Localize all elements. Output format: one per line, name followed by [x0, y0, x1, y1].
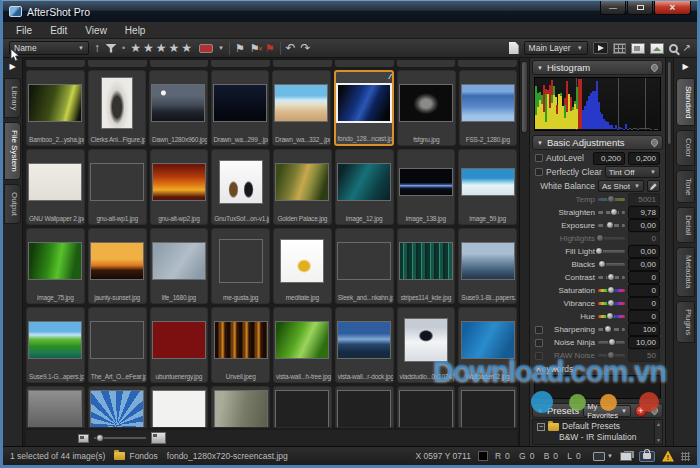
- current-folder[interactable]: Fondos: [114, 451, 157, 461]
- thumbnail-cell[interactable]: Drawn_wa...332_.jpg: [272, 70, 331, 146]
- thumbnail-cell[interactable]: The_Art_O...eFear.jpg: [88, 307, 147, 383]
- reject-flag-icon[interactable]: ⚑: [265, 43, 275, 54]
- slider-track[interactable]: [598, 276, 625, 279]
- panel-tab-color[interactable]: Color: [676, 130, 695, 165]
- thumbnail-cell-partial[interactable]: [211, 386, 270, 428]
- thumbnail-cell[interactable]: vladstudio...0x1024.jpg: [397, 307, 456, 383]
- menu-help[interactable]: Help: [116, 25, 155, 36]
- rating-none-dot[interactable]: •: [122, 43, 125, 53]
- panel-tab-tone[interactable]: Tone: [676, 170, 695, 203]
- autolevel-value-high[interactable]: 0,200: [628, 152, 660, 165]
- slider-handle[interactable]: [598, 260, 606, 268]
- unflag-icon[interactable]: ⚑✕: [250, 43, 260, 54]
- slider-value[interactable]: 0: [628, 232, 660, 245]
- thumbnail-cell-partial[interactable]: [26, 386, 85, 428]
- thumbnail-cell[interactable]: Dawn_1280x960.jpg: [149, 70, 208, 146]
- thumbnail-cell[interactable]: ⁄⁄fondo_128...ncast.jpg: [334, 70, 395, 146]
- thumbnail-cell-partial[interactable]: [458, 60, 517, 67]
- sort-field-select[interactable]: Name ▼: [9, 41, 89, 55]
- thumbnail-cell[interactable]: Suse9.1-G...apers.jpg: [26, 307, 85, 383]
- slider-track[interactable]: [598, 354, 625, 357]
- preset-item[interactable]: B&W - Simple: [533, 443, 662, 445]
- slider-handle[interactable]: [606, 312, 614, 320]
- collapse-minus-icon[interactable]: −: [537, 423, 545, 431]
- slider-checkbox[interactable]: [535, 326, 543, 334]
- autolevel-value-low[interactable]: 0,200: [593, 152, 625, 165]
- thumbnail-cell[interactable]: image_59.jpg: [458, 149, 517, 225]
- thumbnail-cell-partial[interactable]: [150, 386, 209, 428]
- panel-tab-detail[interactable]: Detail: [676, 207, 695, 243]
- histogram-header[interactable]: ▼ Histogram: [532, 60, 663, 75]
- slider-handle[interactable]: [604, 325, 612, 333]
- single-image-view-button[interactable]: [650, 43, 664, 54]
- slider-track[interactable]: [598, 224, 625, 227]
- thumbnail-cell-partial[interactable]: [273, 60, 332, 67]
- thumbnail-cell-partial[interactable]: [273, 386, 332, 428]
- slider-track[interactable]: [598, 302, 625, 305]
- thumbnail-cell[interactable]: image_12.jpg: [335, 149, 394, 225]
- redo-icon[interactable]: ↷: [301, 42, 311, 54]
- pin-icon[interactable]: [650, 138, 660, 148]
- menu-edit[interactable]: Edit: [41, 25, 76, 36]
- slideshow-button[interactable]: [593, 42, 608, 54]
- slider-value[interactable]: 100: [628, 323, 660, 336]
- thumbnail-cell[interactable]: fsfgnu.jpg: [397, 70, 456, 146]
- thumbnail-cell[interactable]: Wallpaper02.jpg: [458, 307, 517, 383]
- thumbnail-cell-partial[interactable]: [26, 60, 85, 67]
- panel-scrollbar-thumb[interactable]: [667, 61, 672, 145]
- sidebar-tab-library[interactable]: Library: [4, 78, 21, 118]
- sidebar-tab-output[interactable]: Output: [4, 184, 21, 224]
- thumbnail-cell[interactable]: Sleek_and...nkahn.jpg: [335, 228, 394, 304]
- thumbnail-cell[interactable]: image_138.jpg: [397, 149, 456, 225]
- thumbnail-cell[interactable]: GnuTuxSof...on-v1.jpg: [211, 149, 270, 225]
- slider-handle[interactable]: [606, 221, 614, 229]
- slider-handle[interactable]: [607, 286, 615, 294]
- fullscreen-arrow-button[interactable]: ↗: [683, 42, 691, 54]
- compare-images-icon[interactable]: [620, 452, 632, 461]
- close-button[interactable]: ×: [654, 1, 691, 15]
- filter-icon[interactable]: [105, 44, 117, 53]
- thumbnails-small-icon[interactable]: [78, 434, 89, 443]
- slider-value[interactable]: 0,00: [628, 258, 660, 271]
- sort-ascending-icon[interactable]: ↑: [94, 42, 100, 54]
- slider-track[interactable]: [598, 328, 625, 331]
- presets-scrollbar[interactable]: [654, 420, 662, 444]
- thumbnail-cell-partial[interactable]: [397, 60, 456, 67]
- slider-track[interactable]: [598, 237, 625, 240]
- thumbnail-cell[interactable]: life_1680.jpg: [150, 228, 209, 304]
- thumbnails-large-icon[interactable]: [151, 432, 166, 444]
- thumbnail-cell[interactable]: Golden Palace.jpg: [273, 149, 332, 225]
- panel-scrollbar[interactable]: [665, 58, 673, 446]
- slider-handle[interactable]: [607, 351, 615, 359]
- menu-view[interactable]: View: [76, 25, 116, 36]
- thumbnail-cell[interactable]: meditate.jpg: [273, 228, 332, 304]
- thumbnail-cell[interactable]: Bamboo_2...ysha.jpg: [26, 70, 85, 146]
- slider-handle[interactable]: [610, 208, 618, 216]
- thumbnail-cell[interactable]: Unveil.jpeg: [211, 307, 270, 383]
- slider-handle[interactable]: [607, 299, 615, 307]
- color-profile-button[interactable]: ▼: [593, 452, 613, 461]
- panel-tab-standard[interactable]: Standard: [676, 78, 695, 126]
- slider-track[interactable]: [598, 198, 625, 201]
- white-balance-select[interactable]: As Shot ▼: [598, 180, 644, 192]
- eyedropper-button[interactable]: [647, 180, 660, 192]
- slider-handle[interactable]: [596, 234, 604, 242]
- basic-adjustments-header[interactable]: ▼ Basic Adjustments: [532, 135, 663, 150]
- menu-file[interactable]: File: [7, 25, 41, 36]
- left-panel-expand-icon[interactable]: ▶: [9, 62, 15, 72]
- autolevel-checkbox[interactable]: [535, 154, 543, 162]
- maximize-button[interactable]: [627, 1, 653, 15]
- presets-favorites-select[interactable]: My Favorites ▼: [583, 405, 631, 417]
- thumbnail-cell-partial[interactable]: [150, 60, 209, 67]
- resize-grip[interactable]: [681, 452, 690, 461]
- slider-value[interactable]: 50: [628, 349, 660, 362]
- color-label-caret-icon[interactable]: ▼: [218, 45, 224, 51]
- slider-value[interactable]: 0: [628, 310, 660, 323]
- slider-track[interactable]: [598, 263, 625, 266]
- thumbnail-cell[interactable]: gnu-alt-wp1.jpg: [88, 149, 147, 225]
- panel-tab-plugins[interactable]: Plugins: [676, 301, 695, 343]
- thumbnail-cell[interactable]: me-gusta.jpg: [211, 228, 270, 304]
- slider-value[interactable]: 0,00: [628, 219, 660, 232]
- slider-value[interactable]: 10,00: [628, 336, 660, 349]
- thumbnail-cell[interactable]: Clerks Ani...Figure.jpg: [88, 70, 147, 146]
